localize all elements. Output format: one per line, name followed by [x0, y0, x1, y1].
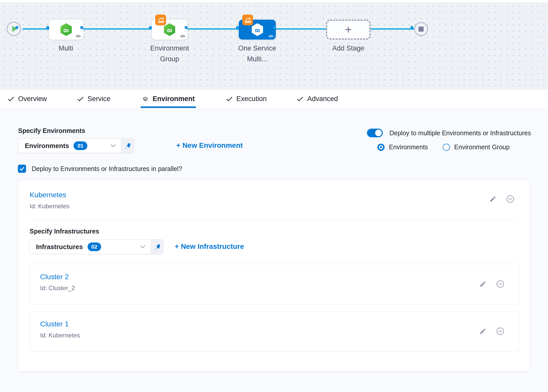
add-stage-button[interactable]	[326, 20, 371, 40]
deploy-multiple-toggle-label: Deploy to multiple Environments or Infra…	[389, 129, 531, 137]
stop-icon	[419, 27, 424, 32]
tab-advanced[interactable]: Advanced	[297, 90, 338, 108]
remove-environment-button[interactable]	[506, 195, 514, 203]
card-divider	[30, 220, 516, 220]
radio-checked-icon[interactable]	[377, 144, 385, 151]
environment-type-radio-group: Environments Environment Group	[377, 143, 510, 151]
checkbox-check-icon	[19, 166, 25, 171]
minus-circle-icon	[496, 327, 504, 335]
infrastructure-name-link[interactable]: Cluster 2	[40, 273, 69, 281]
connector-port	[185, 26, 188, 29]
specify-environments-heading: Specify Environments	[18, 127, 85, 134]
minus-circle-icon	[506, 195, 514, 203]
canvas-top-strip	[0, 0, 548, 3]
pencil-icon	[479, 280, 486, 288]
radio-label: Environment Group	[454, 143, 510, 151]
connector-port	[236, 26, 239, 29]
check-icon	[8, 96, 14, 102]
edit-infrastructure-button[interactable]	[479, 280, 486, 288]
infrastructure-name-link[interactable]: Cluster 1	[40, 320, 69, 328]
pin-icon	[154, 243, 161, 250]
stage-node-multi[interactable]: </>	[49, 20, 83, 40]
pipeline-studio-page: </> Multi </> Environment Group </> One …	[0, 0, 548, 392]
connector-port	[149, 26, 152, 29]
environments-select-field[interactable]: Environments 01	[18, 139, 121, 153]
tab-label: Advanced	[307, 95, 338, 103]
minus-circle-icon	[496, 280, 504, 288]
deploy-multiple-toggle[interactable]	[367, 129, 383, 137]
stage-label-multi: Multi	[38, 43, 94, 54]
tab-execution[interactable]: Execution	[226, 90, 267, 108]
environment-card: Kubernetes Id: Kubernetes Specify Infras…	[18, 180, 530, 371]
tab-label: Overview	[18, 95, 47, 103]
infrastructure-card: Cluster 2 Id: Cluster_2	[30, 264, 519, 304]
connector-port	[410, 26, 413, 29]
tab-environment[interactable]: Environment	[141, 90, 196, 108]
environment-actions	[489, 195, 514, 203]
environments-count-badge: 01	[74, 141, 87, 150]
infrastructures-select[interactable]: Infrastructures 02	[29, 239, 163, 254]
check-icon	[297, 96, 303, 102]
remove-infrastructure-button[interactable]	[496, 280, 504, 288]
pin-button[interactable]	[151, 240, 163, 254]
pin-button[interactable]	[121, 139, 134, 153]
infrastructure-actions	[479, 280, 504, 288]
deploy-parallel-row: Deploy to Environments or Infrastructure…	[18, 165, 182, 173]
edit-infrastructure-button[interactable]	[479, 328, 486, 335]
infrastructure-card: Cluster 1 Id: Kubernetes	[30, 311, 519, 351]
add-stage-label: Add Stage	[320, 43, 376, 54]
connector-port	[80, 26, 83, 29]
tab-label: Execution	[236, 95, 267, 103]
rolling-deployment-badge-icon	[242, 15, 253, 25]
tab-overview[interactable]: Overview	[8, 90, 47, 108]
new-environment-link[interactable]: + New Environment	[176, 141, 243, 150]
edit-environment-button[interactable]	[489, 195, 496, 203]
code-icon: </>	[180, 34, 185, 38]
connector-port	[15, 26, 18, 29]
radio-environment-group[interactable]: Environment Group	[443, 143, 510, 151]
infrastructures-count-badge: 02	[88, 242, 101, 251]
radio-label: Environments	[389, 143, 428, 151]
pipeline-end-node[interactable]	[414, 22, 428, 36]
tab-label: Environment	[153, 95, 195, 103]
stage-label-environment-group: Environment Group	[141, 43, 198, 65]
environment-name-link[interactable]: Kubernetes	[30, 191, 66, 199]
pin-icon	[124, 142, 131, 149]
radio-environments[interactable]: Environments	[377, 143, 428, 151]
radio-unchecked-icon[interactable]	[443, 144, 450, 151]
environment-id: Id: Kubernetes	[30, 203, 69, 210]
deploy-parallel-checkbox[interactable]	[18, 165, 26, 173]
cd-stage-icon-selected	[251, 23, 264, 36]
toggle-knob	[375, 130, 382, 136]
connector-port	[273, 26, 276, 29]
deploy-parallel-label: Deploy to Environments or Infrastructure…	[32, 165, 182, 173]
plus-icon	[345, 26, 352, 33]
specify-infrastructures-heading: Specify Infrastructures	[30, 228, 99, 235]
infrastructure-id: Id: Cluster_2	[40, 285, 75, 292]
tab-service[interactable]: Service	[77, 90, 111, 108]
environment-layers-icon	[142, 96, 149, 102]
code-icon: </>	[268, 34, 273, 38]
infrastructures-select-field[interactable]: Infrastructures 02	[29, 240, 151, 254]
connector-port	[46, 26, 49, 29]
infrastructure-actions	[479, 327, 504, 335]
pipeline-start-node[interactable]	[7, 22, 21, 36]
environment-tab-content: Specify Environments Environments 01 + N…	[0, 108, 548, 392]
stage-node-one-service-selected[interactable]: </>	[239, 20, 276, 40]
environments-select[interactable]: Environments 01	[18, 138, 134, 153]
cd-stage-icon	[59, 23, 73, 36]
remove-infrastructure-button[interactable]	[496, 327, 504, 335]
pipeline-canvas[interactable]: </> Multi </> Environment Group </> One …	[0, 3, 548, 90]
rolling-deployment-badge-icon	[155, 15, 166, 25]
chevron-down-icon	[140, 244, 146, 250]
check-icon	[77, 96, 84, 102]
environments-select-value: Environments	[25, 142, 69, 150]
code-icon: </>	[76, 34, 80, 38]
infrastructure-id: Id: Kubernetes	[40, 332, 80, 339]
stage-config-tabbar: Overview Service Environment Execution A…	[0, 90, 548, 108]
infrastructures-select-value: Infrastructures	[36, 243, 83, 251]
pencil-icon	[489, 195, 496, 203]
stage-label-one-service: One Service Multi...	[229, 43, 285, 65]
new-infrastructure-link[interactable]: + New Infrastructure	[175, 242, 244, 251]
stage-node-environment-group[interactable]: </>	[152, 20, 187, 40]
